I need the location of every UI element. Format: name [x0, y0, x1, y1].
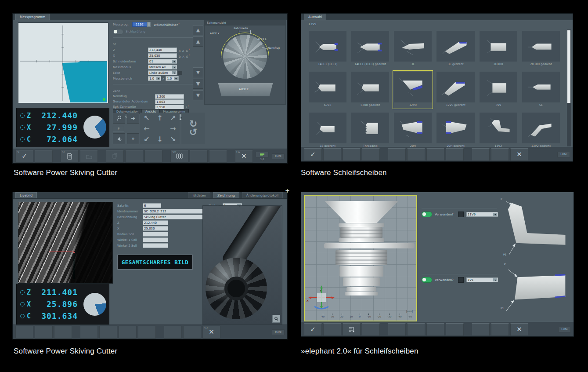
softkey-button[interactable]: [362, 323, 380, 336]
softkey-button[interactable]: [472, 148, 490, 161]
tab-aenderungsprotokoll[interactable]: Änderungsprotokoll: [242, 192, 283, 198]
softkey-button[interactable]: [472, 323, 490, 336]
radius-soll-input[interactable]: [143, 232, 168, 237]
softkey-button[interactable]: [323, 148, 341, 161]
softkey-button[interactable]: [138, 326, 156, 339]
wheel-type-cell[interactable]: 14EE1 (1EE1) gedreht: [350, 29, 390, 68]
confirm-button[interactable]: F1✓: [15, 150, 33, 163]
option-box[interactable]: [458, 277, 464, 283]
softkey-button[interactable]: [407, 323, 425, 336]
tab-zeichnung[interactable]: Zeichnung: [213, 192, 239, 198]
wheel-type-cell[interactable]: 2O10R: [478, 29, 519, 68]
field-input[interactable]: 1,803: [155, 99, 184, 104]
field-x-input[interactable]: 25,030: [148, 53, 177, 58]
ecke-select[interactable]: Linke außen: [148, 70, 177, 75]
wheel-type-cell[interactable]: 2O10R gedreht: [521, 29, 561, 68]
softkey-button[interactable]: [388, 148, 406, 161]
tab-messprogramm[interactable]: Messprogramm: [15, 14, 50, 20]
cancel-button[interactable]: ✕: [510, 148, 528, 161]
z-input[interactable]: 212,440: [143, 220, 168, 225]
wheel-type-cell[interactable]: 13V2 gedreht: [521, 111, 561, 150]
use-toggle-2[interactable]: [422, 277, 432, 283]
help-button[interactable]: Hilfe: [558, 327, 571, 332]
wheel-type-cell[interactable]: 1E gedreht: [307, 111, 348, 150]
zoom-measure-button[interactable]: [113, 113, 125, 124]
softkey-button[interactable]: [15, 326, 33, 339]
jog-left[interactable]: ←: [140, 123, 153, 134]
softkey-button[interactable]: [125, 150, 143, 163]
softkey-button[interactable]: [362, 148, 380, 161]
jog-down-left[interactable]: ↙: [140, 134, 153, 144]
winkel1-soll-input[interactable]: [143, 237, 168, 242]
scrollbar-thumb[interactable]: [567, 30, 570, 103]
messbereich-x-input[interactable]: 1,0: [148, 76, 161, 81]
wheel-type-cell-selected[interactable]: 12V9: [393, 70, 433, 109]
wheel-type-cell[interactable]: 3E gedreht: [435, 29, 476, 68]
tab-livebild[interactable]: Livebild: [15, 192, 37, 198]
softkey-button[interactable]: [144, 150, 162, 163]
cancel-button[interactable]: F12✕: [202, 326, 220, 339]
softkey-button[interactable]: [80, 326, 98, 339]
confirm-button[interactable]: ✓: [304, 148, 322, 161]
winkel2-soll-input[interactable]: [143, 243, 168, 248]
softkey-button[interactable]: [426, 148, 444, 161]
copy-button[interactable]: [106, 150, 124, 163]
rotate-ccw-icon[interactable]: ↺: [189, 128, 197, 137]
wheel-type-cell[interactable]: 5E: [521, 70, 561, 109]
softkey-button[interactable]: [209, 150, 227, 163]
wheel-type-cell[interactable]: 13V2: [478, 111, 519, 150]
archive-button[interactable]: F10: [170, 150, 188, 163]
cancel-button[interactable]: F12✕: [235, 150, 253, 163]
option-box[interactable]: [458, 212, 464, 217]
softkey-button[interactable]: [54, 326, 72, 339]
prog-spinner[interactable]: [147, 22, 151, 27]
confirm-button[interactable]: ✓: [304, 323, 322, 336]
wheel-type-cell[interactable]: 20H gedreht: [435, 111, 476, 150]
jog-right[interactable]: →: [166, 123, 180, 134]
wheel-type-cell[interactable]: 12V5 gedreht: [435, 70, 476, 109]
use-toggle-1[interactable]: [422, 212, 432, 217]
wheel-type-cell[interactable]: 20H: [393, 111, 433, 150]
softkey-button[interactable]: [323, 323, 341, 336]
magnifier-button[interactable]: [272, 315, 280, 323]
help-button[interactable]: Hilfe: [272, 153, 285, 159]
simulation-button[interactable]: [343, 323, 361, 336]
softkey-button[interactable]: [407, 148, 425, 161]
move-down-button-2[interactable]: ▼: [193, 79, 203, 89]
messbereich-y-input[interactable]: 1,0: [166, 76, 179, 81]
softkey-button[interactable]: [99, 326, 117, 339]
tab-auswahl[interactable]: Auswahl: [304, 14, 326, 20]
jog-down-right[interactable]: ↘: [166, 134, 180, 144]
cutter-3d-view[interactable]: [202, 205, 282, 325]
jog-up[interactable]: ↑: [153, 113, 166, 123]
softkey-button[interactable]: [446, 323, 464, 336]
messmodus-select[interactable]: Messen Ax: [148, 65, 177, 69]
softkey-button[interactable]: [35, 326, 53, 339]
schneidenform-select[interactable]: 01: [148, 59, 177, 64]
help-button[interactable]: Hilfe: [272, 329, 285, 335]
field-z-input[interactable]: 212,440: [148, 47, 177, 52]
wheel-type-select-1[interactable]: 11V9: [466, 212, 498, 217]
softkey-button[interactable]: [190, 150, 208, 163]
x-input[interactable]: 25,030: [143, 226, 168, 231]
live-camera-image[interactable]: [18, 202, 113, 284]
tool-tip-button[interactable]: [113, 133, 125, 144]
wheel-type-cell[interactable]: 6703: [307, 70, 348, 109]
cancel-button[interactable]: ✕: [510, 323, 528, 336]
rotate-control[interactable]: ↻ ↺: [181, 113, 205, 144]
softkey-button[interactable]: [446, 148, 464, 161]
help-button[interactable]: Hilfe: [557, 152, 570, 157]
fast-forward-button[interactable]: »: [127, 133, 139, 144]
scrollbar[interactable]: [567, 29, 571, 146]
wheel-type-cell[interactable]: Threading: [350, 111, 390, 150]
move-up-button[interactable]: ▲: [193, 25, 203, 35]
satz-input[interactable]: 6: [143, 203, 161, 208]
protocol-button[interactable]: F3: [61, 150, 79, 163]
softkey-button[interactable]: [119, 326, 137, 339]
softkey-button[interactable]: [426, 323, 444, 336]
softkey-button[interactable]: [491, 148, 509, 161]
wheel-type-cell[interactable]: 3V9: [478, 70, 519, 109]
jog-up-right[interactable]: ↗: [166, 113, 180, 123]
softkey-button[interactable]: [491, 323, 509, 336]
prog-number-input[interactable]: 1192: [132, 22, 147, 27]
